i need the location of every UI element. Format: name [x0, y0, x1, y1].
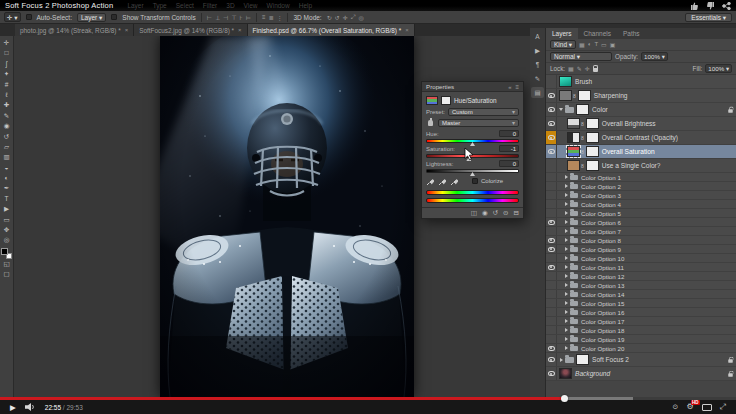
eraser-tool[interactable]: ▱ [1, 142, 13, 152]
collapse-arrow-icon[interactable] [565, 175, 568, 179]
layer-thumbnail[interactable] [567, 146, 580, 157]
align-icon-6[interactable]: ⊨ [246, 14, 251, 21]
mode-icon-3[interactable]: ✛ [343, 14, 348, 21]
spectrum-bar-bottom[interactable] [426, 198, 519, 203]
menu-type[interactable]: Type [153, 2, 167, 9]
layer-row-color[interactable]: Color [546, 103, 736, 117]
layer-visibility-cell[interactable] [546, 131, 557, 144]
collapse-arrow-icon[interactable] [565, 247, 568, 251]
layer-thumbnail[interactable] [567, 160, 580, 171]
layer-visibility-cell[interactable] [546, 254, 557, 262]
collapse-arrow-icon[interactable] [565, 211, 568, 215]
eyedropper-plus-icon[interactable] [438, 177, 446, 186]
layer-visibility-cell[interactable] [546, 317, 557, 325]
mode-icon-2[interactable]: ↺ [335, 14, 340, 21]
collapse-arrow-icon[interactable] [565, 202, 568, 206]
theater-mode-icon[interactable] [702, 404, 712, 411]
eye-icon[interactable] [548, 107, 555, 112]
hand-tool[interactable]: ✥ [1, 225, 13, 235]
dodge-tool[interactable]: ◐ [1, 173, 13, 183]
share-icon[interactable] [722, 2, 731, 10]
pen-tool[interactable]: ✒ [1, 183, 13, 193]
collapse-arrow-icon[interactable] [565, 274, 568, 278]
layer-visibility-cell[interactable] [546, 326, 557, 334]
active-tool-icon[interactable]: ✛ ▾ [4, 12, 21, 22]
color-swatches[interactable] [1, 248, 12, 259]
filter-icon-4[interactable]: ▭ [601, 41, 607, 48]
filter-icon-5[interactable]: ▣ [610, 41, 616, 48]
layer-row-color-option-19[interactable]: Color Option 19 [546, 335, 736, 344]
panel-menu-icon[interactable]: ≡ [515, 84, 519, 90]
layer-row-brush[interactable]: Brush [546, 75, 736, 89]
tab-close-icon[interactable]: × [405, 27, 409, 33]
layer-visibility-cell[interactable] [546, 272, 557, 280]
layer-row-use-a-single-color[interactable]: 8Use a Single Color? [546, 159, 736, 173]
layer-visibility-cell[interactable] [546, 299, 557, 307]
eye-icon[interactable] [548, 346, 555, 351]
lock-icon-1[interactable]: ▦ [568, 65, 574, 72]
document-tab-photo-jpg[interactable]: photo.jpg @ 14% (Streak, RGB/8) *× [15, 24, 134, 36]
layer-row-color-option-15[interactable]: Color Option 15 [546, 299, 736, 308]
document-canvas[interactable] [160, 36, 414, 397]
dislike-icon[interactable] [706, 2, 715, 10]
crop-tool[interactable]: # [1, 80, 13, 90]
watch-later-icon[interactable]: ⊙ [673, 403, 679, 411]
lock-icon-3[interactable]: ✛ [585, 65, 590, 72]
clip-to-layer-icon[interactable]: ◫ [471, 209, 477, 217]
move-tool[interactable]: ✛ [1, 38, 13, 48]
collapse-arrow-icon[interactable] [565, 184, 568, 188]
layer-row-color-option-13[interactable]: Color Option 13 [546, 281, 736, 290]
brush-tool[interactable]: ✎ [1, 111, 13, 121]
channel-dropdown[interactable]: Master▾ [438, 119, 519, 127]
layer-visibility-cell[interactable] [546, 353, 557, 366]
layer-visibility-cell[interactable] [546, 218, 557, 226]
layer-thumbnail[interactable] [567, 132, 580, 143]
layer-visibility-cell[interactable] [546, 290, 557, 298]
reset-icon[interactable]: ↺ [493, 209, 498, 217]
layer-row-overall-saturation[interactable]: 8Overall Saturation [546, 145, 736, 159]
lock-all-icon[interactable] [593, 68, 598, 72]
layer-row-color-option-3[interactable]: Color Option 3 [546, 191, 736, 200]
collapse-arrow-icon[interactable] [565, 292, 568, 296]
settings-gear-icon[interactable]: ⚙HD [686, 403, 693, 411]
menu-layer[interactable]: Layer [127, 2, 143, 9]
layer-visibility-cell[interactable] [546, 245, 557, 253]
layer-row-color-option-2[interactable]: Color Option 2 [546, 182, 736, 191]
layer-row-color-option-6[interactable]: Color Option 6 [546, 218, 736, 227]
filter-icon-3[interactable]: T [594, 41, 598, 48]
collapse-arrow-icon[interactable] [565, 328, 568, 332]
screen-mode-icon[interactable]: ▢ [1, 269, 13, 279]
mode-icon-5[interactable]: ◎ [359, 14, 364, 21]
layer-row-color-option-14[interactable]: Color Option 14 [546, 290, 736, 299]
collapse-arrow-icon[interactable] [565, 301, 568, 305]
tab-close-icon[interactable]: × [125, 27, 129, 33]
blend-mode-dropdown[interactable]: Normal ▾ [550, 52, 612, 61]
eye-icon[interactable] [548, 357, 555, 362]
layer-mask-thumbnail[interactable] [586, 118, 599, 129]
layer-mask-thumbnail[interactable] [576, 354, 589, 365]
menu-3d[interactable]: 3D [226, 2, 234, 9]
distribute-icon-2[interactable]: ≣ [268, 14, 273, 21]
foreground-color-swatch[interactable] [1, 248, 8, 255]
layer-visibility-cell[interactable] [546, 344, 557, 352]
paragraph-panel-icon[interactable]: ¶ [531, 59, 544, 70]
align-icon-3[interactable]: ⊣ [223, 14, 228, 21]
shape-tool[interactable]: ▭ [1, 215, 13, 225]
colorize-checkbox[interactable] [472, 178, 478, 184]
fullscreen-icon[interactable]: ⤢ [720, 402, 726, 412]
layer-row-color-option-1[interactable]: Color Option 1 [546, 173, 736, 182]
workspace-switcher[interactable]: Essentials ▾ [685, 13, 732, 22]
layer-row-color-option-12[interactable]: Color Option 12 [546, 272, 736, 281]
expand-arrow-icon[interactable] [559, 108, 563, 111]
layer-visibility-cell[interactable] [546, 227, 557, 235]
collapse-arrow-icon[interactable] [565, 265, 568, 269]
quick-selection-tool[interactable]: ✦ [1, 69, 13, 79]
lock-icon-2[interactable]: ✎ [577, 65, 582, 72]
mode-icon-1[interactable]: ↻ [327, 14, 332, 21]
layer-row-color-option-20[interactable]: Color Option 20 [546, 344, 736, 353]
eyedropper-icon[interactable] [426, 177, 434, 186]
slider-value[interactable]: 0 [499, 130, 519, 137]
filter-kind-dropdown[interactable]: Kind ▾ [550, 40, 576, 49]
distribute-icon-3[interactable]: ⋮ [276, 14, 282, 21]
eye-icon[interactable] [548, 238, 555, 243]
